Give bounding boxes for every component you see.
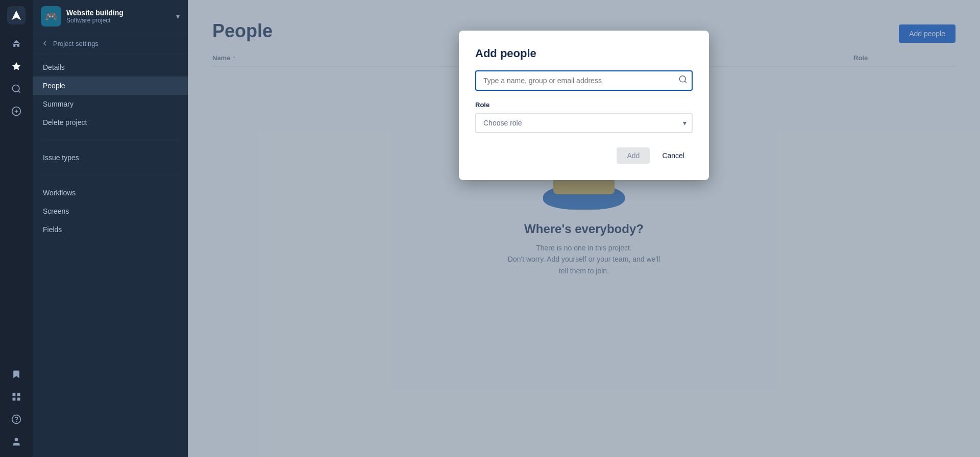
sidebar-item-workflows[interactable]: Workflows <box>33 184 188 202</box>
search-wrapper <box>475 70 693 91</box>
add-people-modal: Add people Role Choose role Administrato… <box>459 31 709 180</box>
cancel-button[interactable]: Cancel <box>654 147 693 164</box>
modal-actions: Add Cancel <box>475 147 693 164</box>
search-icon[interactable] <box>7 80 26 98</box>
svg-marker-0 <box>12 11 21 20</box>
add-button[interactable]: Add <box>617 147 650 164</box>
svg-rect-6 <box>13 393 16 396</box>
sidebar-item-fields[interactable]: Fields <box>33 220 188 239</box>
back-arrow-icon <box>41 39 49 47</box>
role-select[interactable]: Choose role Administrator Member Viewer <box>475 113 693 133</box>
svg-point-13 <box>679 76 685 82</box>
svg-line-2 <box>18 91 20 93</box>
project-info: Website building Software project <box>66 9 171 24</box>
sidebar: 🎮 Website building Software project ▾ Pr… <box>33 0 188 457</box>
apps-icon[interactable] <box>7 388 26 406</box>
create-icon[interactable] <box>7 102 26 120</box>
back-to-project-settings[interactable]: Project settings <box>33 33 188 54</box>
sidebar-section-config: Issue types <box>33 144 188 171</box>
home-icon[interactable] <box>7 35 26 53</box>
svg-rect-8 <box>13 398 16 401</box>
sidebar-item-delete-project[interactable]: Delete project <box>33 113 188 132</box>
project-name: Website building <box>66 9 171 17</box>
icon-nav <box>0 0 33 457</box>
help-icon[interactable] <box>7 410 26 428</box>
project-type: Software project <box>66 17 171 24</box>
star-icon[interactable] <box>7 57 26 75</box>
project-chevron-icon[interactable]: ▾ <box>176 12 180 20</box>
svg-rect-7 <box>17 393 20 396</box>
svg-line-14 <box>684 81 686 83</box>
search-submit-icon[interactable] <box>678 75 688 87</box>
svg-point-1 <box>13 85 19 92</box>
sidebar-item-summary[interactable]: Summary <box>33 95 188 113</box>
modal-overlay: Add people Role Choose role Administrato… <box>188 0 980 457</box>
modal-title: Add people <box>475 47 693 60</box>
sidebar-divider-1 <box>41 140 180 140</box>
role-select-wrapper: Choose role Administrator Member Viewer … <box>475 113 693 133</box>
sidebar-item-people[interactable]: People <box>33 77 188 95</box>
profile-icon[interactable] <box>7 433 26 451</box>
sidebar-item-details[interactable]: Details <box>33 58 188 77</box>
project-header[interactable]: 🎮 Website building Software project ▾ <box>33 0 188 33</box>
project-icon: 🎮 <box>41 6 61 27</box>
back-label: Project settings <box>53 40 99 47</box>
sidebar-section-main: Details People Summary Delete project <box>33 54 188 136</box>
app-logo[interactable] <box>7 6 26 24</box>
svg-rect-9 <box>17 398 20 401</box>
sidebar-item-issue-types[interactable]: Issue types <box>33 148 188 167</box>
svg-point-12 <box>15 438 18 442</box>
bookmark-icon[interactable] <box>7 365 26 384</box>
sidebar-section-advanced: Workflows Screens Fields <box>33 180 188 243</box>
main-content: People Add people Name ↑ Role 🌴 🧍 Where'… <box>188 0 980 457</box>
svg-point-11 <box>16 421 17 422</box>
role-label: Role <box>475 101 693 109</box>
sidebar-item-screens[interactable]: Screens <box>33 202 188 220</box>
people-search-input[interactable] <box>475 70 693 91</box>
sidebar-divider-2 <box>41 175 180 175</box>
